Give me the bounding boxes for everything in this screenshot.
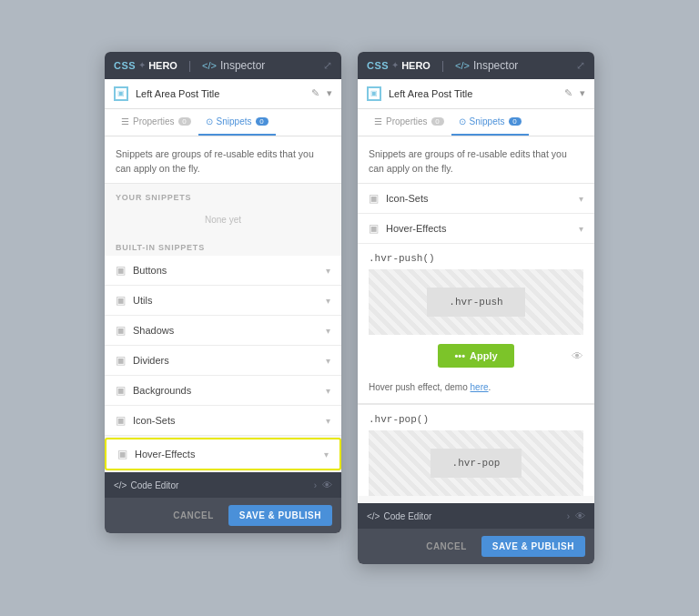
right-expand-icon[interactable]: ⤢ — [576, 59, 585, 72]
left-inspector-label: </> Inspector — [202, 59, 265, 72]
right-demo-text: Hover push effect, demo — [369, 382, 471, 392]
left-snippet-hover-effects[interactable]: ▣ Hover-Effects ▾ — [105, 438, 341, 470]
right-element-bar: ▣ Left Area Post Title ✎ ▾ — [358, 79, 594, 109]
right-tab-snippets[interactable]: ⊙ Snippets 0 — [451, 109, 529, 136]
left-save-button[interactable]: SAVE & PUBLISH — [228, 505, 332, 526]
right-footer-code-text: Code Editor — [383, 511, 431, 521]
left-properties-badge: 0 — [178, 117, 191, 126]
left-folder-buttons-icon: ▣ — [116, 264, 126, 277]
right-snippet-hover-arrow: ▾ — [579, 224, 583, 234]
right-edit-icon[interactable]: ✎ — [564, 87, 572, 99]
right-properties-label: Properties — [386, 116, 428, 126]
right-panel-header: CSS ✦ HERO | </> Inspector ⤢ — [358, 52, 594, 79]
left-snippet-dividers[interactable]: ▣ Dividers ▾ — [105, 346, 341, 376]
left-snippet-utils[interactable]: ▣ Utils ▾ — [105, 286, 341, 316]
right-snippets-desc: Snippets are groups of re-usable edits t… — [358, 136, 594, 185]
left-snippets-desc: Snippets are groups of re-usable edits t… — [105, 136, 341, 185]
right-hvr-pop-section: .hvr-pop() .hvr-pop — [358, 405, 594, 496]
left-panel-body: Snippets are groups of re-usable edits t… — [105, 136, 341, 473]
left-eye-icon[interactable]: 👁 — [322, 480, 332, 490]
right-footer-buttons: CANCEL SAVE & PUBLISH — [358, 529, 594, 564]
brand-separator: ✦ — [138, 60, 146, 70]
left-snippet-hover-effects-name: Hover-Effects — [135, 449, 317, 459]
right-header-divider: | — [441, 59, 444, 72]
left-inspector-text: Inspector — [220, 59, 265, 72]
right-footer-code-icon: </> — [367, 511, 380, 521]
right-apply-button[interactable]: ••• Apply — [438, 344, 513, 368]
left-properties-icon: ☰ — [121, 116, 129, 126]
right-inspector-text: Inspector — [473, 59, 518, 72]
left-element-name: Left Area Post Title — [136, 88, 304, 99]
right-code-editor-label: </> Code Editor — [367, 511, 562, 521]
hero-text: HERO — [148, 60, 177, 71]
right-tab-properties[interactable]: ☰ Properties 0 — [367, 109, 451, 136]
left-properties-label: Properties — [133, 116, 175, 126]
right-cancel-button[interactable]: CANCEL — [419, 537, 474, 556]
left-tab-properties[interactable]: ☰ Properties 0 — [114, 109, 198, 136]
left-snippet-shadows[interactable]: ▣ Shadows ▾ — [105, 316, 341, 346]
right-hvr-pop-code-label: .hvr-pop() — [358, 405, 594, 430]
left-snippet-hover-arrow: ▾ — [324, 449, 329, 459]
left-folder-hover-icon: ▣ — [117, 448, 127, 460]
right-brand-logo: CSS ✦ HERO — [367, 60, 431, 71]
right-folder-hover-icon: ▣ — [369, 222, 379, 235]
right-hvr-pop-box: .hvr-pop — [431, 449, 522, 478]
left-code-editor-label: </> Code Editor — [114, 480, 309, 490]
right-save-button[interactable]: SAVE & PUBLISH — [481, 536, 585, 557]
right-tabs-bar: ☰ Properties 0 ⊙ Snippets 0 — [358, 109, 594, 136]
left-tab-snippets[interactable]: ⊙ Snippets 0 — [198, 109, 276, 136]
right-eye-icon[interactable]: 👁 — [575, 510, 585, 521]
left-snippet-buttons[interactable]: ▣ Buttons ▾ — [105, 256, 341, 286]
right-brand-separator: ✦ — [391, 60, 399, 70]
right-hvr-push-code-label: .hvr-push() — [358, 244, 594, 269]
right-apply-eye-icon[interactable]: 👁 — [572, 349, 583, 363]
left-snippet-buttons-name: Buttons — [133, 265, 319, 276]
left-snippet-icon-sets[interactable]: ▣ Icon-Sets ▾ — [105, 406, 341, 436]
right-panel-body: Snippets are groups of re-usable edits t… — [358, 136, 594, 504]
left-panel-footer: </> Code Editor › 👁 — [105, 472, 341, 498]
right-demo-link[interactable]: here — [471, 382, 489, 392]
brand-logo: CSS ✦ HERO — [114, 60, 177, 71]
right-css-text: CSS — [367, 60, 389, 71]
header-divider: | — [188, 59, 191, 72]
right-folder-icon-sets-icon: ▣ — [369, 192, 379, 205]
right-snippet-icon-sets-name: Icon-Sets — [386, 193, 572, 204]
right-chevron-icon[interactable]: ▾ — [580, 87, 585, 99]
right-snippet-hover-effects[interactable]: ▣ Hover-Effects ▾ — [358, 214, 594, 244]
right-hvr-push-box: .hvr-push — [427, 288, 524, 317]
right-snippet-icon-sets[interactable]: ▣ Icon-Sets ▾ — [358, 184, 594, 214]
right-panel-footer: </> Code Editor › 👁 — [358, 503, 594, 529]
left-folder-utils-icon: ▣ — [116, 294, 126, 307]
left-snippets-badge: 0 — [256, 117, 268, 126]
left-edit-icon[interactable]: ✎ — [311, 87, 319, 99]
left-cancel-button[interactable]: CANCEL — [166, 506, 221, 525]
right-hero-text: HERO — [401, 60, 431, 71]
left-footer-arrow[interactable]: › — [314, 480, 317, 490]
right-code-icon: </> — [455, 60, 470, 71]
left-code-icon: </> — [202, 60, 217, 71]
left-snippet-utils-arrow: ▾ — [326, 296, 330, 306]
left-footer-code-icon: </> — [114, 480, 127, 490]
right-element-name: Left Area Post Title — [389, 88, 557, 99]
right-panel: CSS ✦ HERO | </> Inspector ⤢ ▣ Left Area… — [358, 52, 594, 565]
left-folder-shadows-icon: ▣ — [116, 324, 126, 337]
left-snippet-backgrounds[interactable]: ▣ Backgrounds ▾ — [105, 376, 341, 406]
left-snippet-icon-sets-arrow: ▾ — [326, 416, 330, 426]
left-snippet-icon-sets-name: Icon-Sets — [133, 415, 319, 426]
right-snippet-icon-sets-arrow: ▾ — [579, 194, 583, 204]
left-snippets-icon: ⊙ — [206, 116, 213, 126]
right-inspector-label: </> Inspector — [455, 59, 518, 72]
right-apply-label: Apply — [470, 350, 498, 361]
right-footer-arrow[interactable]: › — [567, 511, 570, 521]
left-tabs-bar: ☰ Properties 0 ⊙ Snippets 0 — [105, 109, 341, 136]
left-expand-icon[interactable]: ⤢ — [323, 59, 332, 72]
right-snippets-label: Snippets — [470, 116, 505, 126]
css-text: CSS — [114, 60, 136, 71]
panels-container: CSS ✦ HERO | </> Inspector ⤢ ▣ Left Area… — [86, 34, 613, 583]
left-chevron-icon[interactable]: ▾ — [327, 87, 332, 99]
left-snippet-shadows-arrow: ▾ — [326, 326, 330, 336]
right-snippets-badge: 0 — [509, 117, 522, 126]
left-folder-dividers-icon: ▣ — [116, 354, 126, 367]
left-your-snippets-label: YOUR SNIPPETS — [105, 184, 341, 206]
left-folder-icon-sets-icon: ▣ — [116, 414, 126, 427]
